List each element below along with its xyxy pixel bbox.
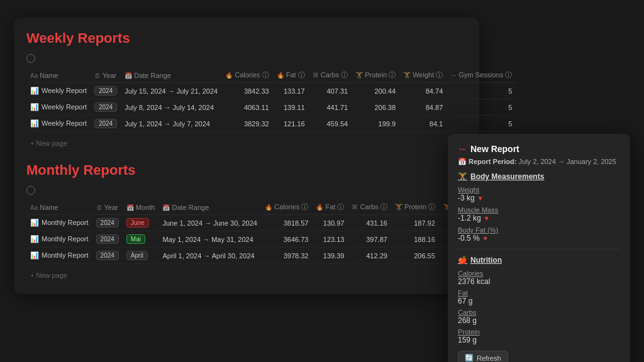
row-month: June — [123, 215, 159, 231]
weekly-table: Aa Name 🗓 Year 📅 Date Range 🔥 Calories ⓘ… — [26, 68, 516, 132]
table-row[interactable]: 📊Monthly Report 2024 June June 1, 2024 →… — [26, 215, 486, 231]
nutrition-value: 268 g — [458, 316, 620, 325]
nutrition-label: Calories — [458, 270, 620, 277]
row-daterange: July 15, 2024 → July 21, 2024 — [121, 83, 221, 99]
table-row[interactable]: 📊Weekly Report 2024 July 8, 2024 → July … — [26, 99, 516, 116]
monthly-col-daterange: 📅 Date Range — [158, 200, 260, 215]
trend-down-icon: ▼ — [484, 215, 490, 222]
nutrition-item: Fat 67 g — [458, 289, 620, 305]
table-row[interactable]: 📊Weekly Report 2024 July 1, 2024 → July … — [26, 116, 516, 132]
row-year: 2024 — [91, 83, 121, 99]
weekly-header-row: Aa Name 🗓 Year 📅 Date Range 🔥 Calories ⓘ… — [26, 68, 516, 83]
row-name: 📊Monthly Report — [26, 231, 92, 248]
monthly-table: Aa Name 🗓 Year 📅 Month 📅 Date Range 🔥 Ca… — [26, 200, 486, 264]
row-calories: 3978.32 — [261, 248, 312, 264]
refresh-button[interactable]: 🔄 Refresh — [458, 351, 508, 362]
row-protein: 187.92 — [391, 215, 439, 231]
trend-down-icon: ▼ — [477, 195, 484, 202]
row-year: 2024 — [91, 116, 121, 132]
row-carbs: 412.29 — [348, 248, 391, 264]
body-measurements-title: Body Measurements — [470, 172, 544, 181]
popup-report-period: 📅 Report Period: July 2, 2024 → January … — [458, 158, 620, 166]
row-weight: 84.74 — [399, 83, 447, 99]
weekly-new-page[interactable]: + New page — [26, 137, 467, 150]
monthly-circle-icon — [26, 186, 35, 195]
row-carbs: 397.87 — [348, 231, 391, 248]
body-metric-item: Weight -3 kg ▼ — [458, 186, 620, 202]
weekly-col-calories: 🔥 Calories ⓘ — [221, 68, 272, 83]
metric-value: -0.5 % ▼ — [458, 234, 620, 243]
weekly-col-year: 🗓 Year — [91, 68, 121, 83]
row-daterange: May 1, 2024 → May 31, 2024 — [158, 231, 260, 248]
row-fat: 139.39 — [312, 248, 348, 264]
weekly-section: Weekly Reports Aa Name 🗓 Year 📅 Date Ran… — [26, 30, 467, 150]
body-metric-item: Muscle Mass -1.2 kg ▼ — [458, 206, 620, 222]
nutrition-title: Nutrition — [470, 256, 502, 265]
weekly-col-fat: 🔥 Fat ⓘ — [273, 68, 309, 83]
row-calories: 3818.57 — [261, 215, 312, 231]
nutrition-icon: 🍎 — [458, 256, 467, 265]
report-period-label: Report Period: — [469, 158, 516, 165]
row-weight: 84.1 — [399, 116, 447, 132]
popup-panel: ↔ New Report 📅 Report Period: July 2, 20… — [448, 134, 630, 362]
nutrition-items-list: Calories 2376 kcal Fat 67 g Carbs 268 g … — [458, 270, 620, 344]
metric-value: -3 kg ▼ — [458, 194, 620, 202]
popup-divider — [458, 249, 620, 250]
monthly-col-carbs: ⌘ Carbs ⓘ — [348, 200, 391, 215]
weekly-col-protein: 🏋 Protein ⓘ — [352, 68, 399, 83]
popup-arrows-icon: ↔ — [458, 144, 467, 154]
row-calories: 3646.73 — [261, 231, 312, 248]
row-calories: 4063.11 — [221, 99, 272, 116]
row-fat: 133.17 — [273, 83, 309, 99]
body-metrics-list: Weight -3 kg ▼ Muscle Mass -1.2 kg ▼ Bod… — [458, 186, 620, 243]
row-fat: 130.97 — [312, 215, 348, 231]
row-calories: 3829.32 — [221, 116, 272, 132]
monthly-new-page[interactable]: + New page — [26, 269, 467, 282]
nutrition-value: 159 g — [458, 336, 620, 344]
report-period-value: July 2, 2024 → January 2, 2025 — [519, 158, 616, 165]
nutrition-label: Fat — [458, 289, 620, 297]
row-year: 2024 — [92, 248, 123, 264]
monthly-header-row: Aa Name 🗓 Year 📅 Month 📅 Date Range 🔥 Ca… — [26, 200, 486, 215]
row-gym: 5 — [447, 99, 516, 116]
monthly-col-calories: 🔥 Calories ⓘ — [261, 200, 312, 215]
row-name: 📊Weekly Report — [26, 116, 91, 132]
weekly-col-daterange: 📅 Date Range — [121, 68, 221, 83]
row-carbs: 459.54 — [309, 116, 352, 132]
weekly-circle-icon — [26, 54, 35, 63]
main-panel: Weekly Reports Aa Name 🗓 Year 📅 Date Ran… — [14, 18, 479, 294]
row-daterange: April 1, 2024 → April 30, 2024 — [158, 248, 260, 264]
table-row[interactable]: 📊Monthly Report 2024 Mai May 1, 2024 → M… — [26, 231, 486, 248]
monthly-col-protein: 🏋 Protein ⓘ — [391, 200, 439, 215]
row-name: 📊Weekly Report — [26, 83, 91, 99]
row-daterange: June 1, 2024 → June 30, 2024 — [158, 215, 260, 231]
popup-title-row: ↔ New Report — [458, 144, 620, 154]
row-month: April — [123, 248, 159, 264]
row-gym: 5 — [447, 116, 516, 132]
row-fat: 123.13 — [312, 231, 348, 248]
monthly-col-year: 🗓 Year — [92, 200, 123, 215]
row-carbs: 407.31 — [309, 83, 352, 99]
row-fat: 121.16 — [273, 116, 309, 132]
row-protein: 206.38 — [352, 99, 399, 116]
monthly-col-fat: 🔥 Fat ⓘ — [312, 200, 348, 215]
row-year: 2024 — [92, 231, 123, 248]
row-protein: 206.55 — [391, 248, 439, 264]
monthly-title: Monthly Reports — [26, 162, 467, 178]
weekly-title: Weekly Reports — [26, 30, 467, 47]
row-year: 2024 — [91, 99, 121, 116]
table-row[interactable]: 📊Monthly Report 2024 April April 1, 2024… — [26, 248, 486, 264]
metric-label: Muscle Mass — [458, 206, 620, 214]
monthly-col-month: 📅 Month — [123, 200, 159, 215]
weekly-col-name: Aa Name — [26, 68, 91, 83]
row-year: 2024 — [92, 215, 123, 231]
refresh-icon: 🔄 — [465, 354, 474, 362]
row-daterange: July 8, 2024 → July 14, 2024 — [121, 99, 221, 116]
monthly-col-name: Aa Name — [26, 200, 92, 215]
table-row[interactable]: 📊Weekly Report 2024 July 15, 2024 → July… — [26, 83, 516, 99]
monthly-section: Monthly Reports Aa Name 🗓 Year 📅 Month 📅… — [26, 162, 467, 282]
row-protein: 188.16 — [391, 231, 439, 248]
nutrition-item: Carbs 268 g — [458, 309, 620, 325]
popup-title-text: New Report — [470, 144, 519, 154]
row-calories: 3842.33 — [221, 83, 272, 99]
